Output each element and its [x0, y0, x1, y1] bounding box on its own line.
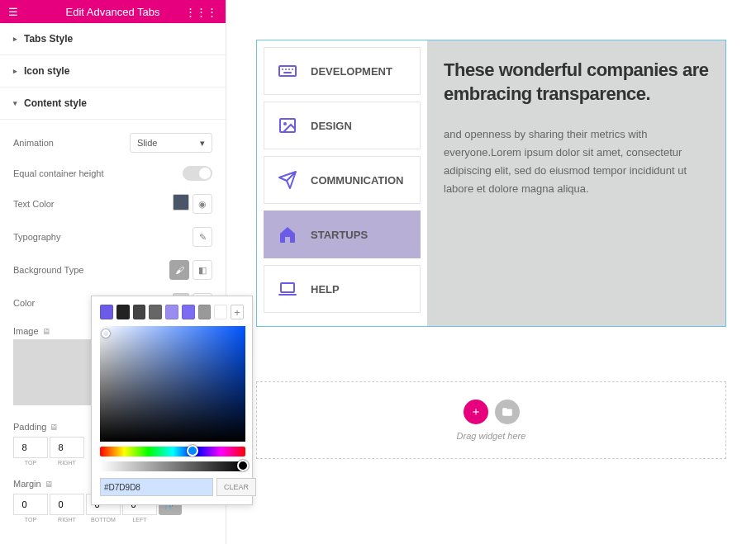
section-icon-style[interactable]: ▸Icon style	[0, 55, 226, 88]
tab-label: DESIGN	[311, 120, 352, 132]
tab-item-startups[interactable]: STARTUPS	[264, 211, 421, 258]
global-color-icon[interactable]: ◉	[193, 194, 212, 214]
tab-item-design[interactable]: DESIGN	[264, 102, 421, 149]
preset-swatch[interactable]	[182, 305, 195, 319]
alpha-handle	[237, 460, 249, 471]
color-picker-popover: + CLEAR	[91, 296, 253, 505]
animation-select[interactable]: Slide▾	[130, 133, 212, 153]
control-bg-type: Background Type 🖌◧	[13, 253, 212, 286]
hue-slider[interactable]	[100, 447, 245, 456]
image-icon	[278, 116, 297, 135]
section-content-style[interactable]: ▾Content style	[0, 88, 226, 120]
equal-height-toggle[interactable]	[183, 166, 212, 181]
tab-label: HELP	[311, 283, 340, 296]
preset-swatch[interactable]	[198, 305, 212, 319]
tab-item-communication[interactable]: COMMUNICATION	[264, 156, 421, 204]
preset-swatch[interactable]	[214, 305, 227, 319]
preset-swatch[interactable]	[116, 305, 130, 319]
tab-label: DEVELOPMENT	[311, 65, 392, 78]
chevron-down-icon: ▾	[200, 138, 205, 149]
preset-swatch[interactable]	[149, 305, 162, 319]
bg-classic-button[interactable]: 🖌	[169, 260, 189, 280]
apps-icon[interactable]: ⋮⋮⋮	[185, 6, 217, 18]
desktop-icon[interactable]: 🖥	[42, 327, 50, 336]
tab-item-development[interactable]: DEVELOPMENT	[264, 47, 421, 95]
panel-header: ☰ Edit Advanced Tabs ⋮⋮⋮	[0, 0, 226, 23]
send-icon	[278, 170, 297, 190]
color-swatches-row: +	[100, 305, 244, 319]
saturation-cursor	[102, 329, 110, 338]
edit-typography-button[interactable]: ✎	[193, 227, 212, 247]
text-color-swatch[interactable]	[173, 194, 189, 211]
add-section-button[interactable]: ＋	[464, 400, 488, 424]
preset-swatch[interactable]	[100, 305, 113, 319]
desktop-icon[interactable]: 🖥	[50, 423, 58, 432]
alpha-slider[interactable]	[100, 461, 245, 471]
hex-input[interactable]	[100, 478, 213, 496]
advanced-tabs-widget[interactable]: DEVELOPMENTDESIGNCOMMUNICATIONSTARTUPSHE…	[256, 40, 726, 327]
clear-color-button[interactable]: CLEAR	[216, 478, 256, 496]
content-heading: These wonderful companies are embracing …	[444, 59, 709, 106]
laptop-icon	[278, 279, 297, 299]
control-typography: Typography ✎	[13, 220, 212, 253]
margin-top-input[interactable]	[13, 494, 48, 515]
saturation-picker[interactable]	[100, 326, 245, 442]
tab-item-help[interactable]: HELP	[264, 265, 421, 313]
template-library-button[interactable]	[495, 400, 520, 424]
control-animation: Animation Slide▾	[13, 126, 212, 159]
preset-swatch[interactable]	[165, 305, 178, 319]
editor-sidebar: ☰ Edit Advanced Tabs ⋮⋮⋮ ▸Tabs Style ▸Ic…	[0, 0, 226, 544]
image-upload-placeholder[interactable]	[13, 339, 91, 405]
padding-right-input[interactable]	[50, 437, 84, 458]
menu-icon[interactable]: ☰	[8, 6, 18, 18]
chevron-right-icon: ▸	[13, 35, 17, 43]
tab-label: COMMUNICATION	[311, 174, 403, 187]
keyboard-icon	[278, 61, 297, 81]
control-equal-height: Equal container height	[13, 159, 212, 187]
preset-swatch[interactable]	[133, 305, 146, 319]
hue-handle	[187, 445, 198, 456]
home-icon	[278, 225, 297, 244]
desktop-icon[interactable]: 🖥	[45, 480, 53, 489]
empty-section-dropzone[interactable]: ＋ Drag widget here	[256, 381, 726, 459]
margin-right-input[interactable]	[50, 494, 84, 515]
chevron-right-icon: ▸	[13, 67, 17, 75]
tab-content: These wonderful companies are embracing …	[427, 40, 725, 326]
content-body: and openness by sharing their metrics wi…	[444, 125, 709, 198]
padding-top-input[interactable]	[13, 437, 48, 458]
tabs-list: DEVELOPMENTDESIGNCOMMUNICATIONSTARTUPSHE…	[257, 40, 427, 326]
bg-gradient-button[interactable]: ◧	[193, 260, 212, 280]
dropzone-text: Drag widget here	[457, 431, 526, 441]
add-swatch-button[interactable]: +	[231, 305, 244, 319]
control-text-color: Text Color ◉	[13, 187, 212, 220]
preview-canvas: DEVELOPMENTDESIGNCOMMUNICATIONSTARTUPSHE…	[226, 0, 756, 544]
tab-label: STARTUPS	[311, 229, 368, 241]
section-tabs-style[interactable]: ▸Tabs Style	[0, 23, 226, 55]
panel-title: Edit Advanced Tabs	[66, 6, 160, 18]
chevron-down-icon: ▾	[13, 99, 17, 107]
